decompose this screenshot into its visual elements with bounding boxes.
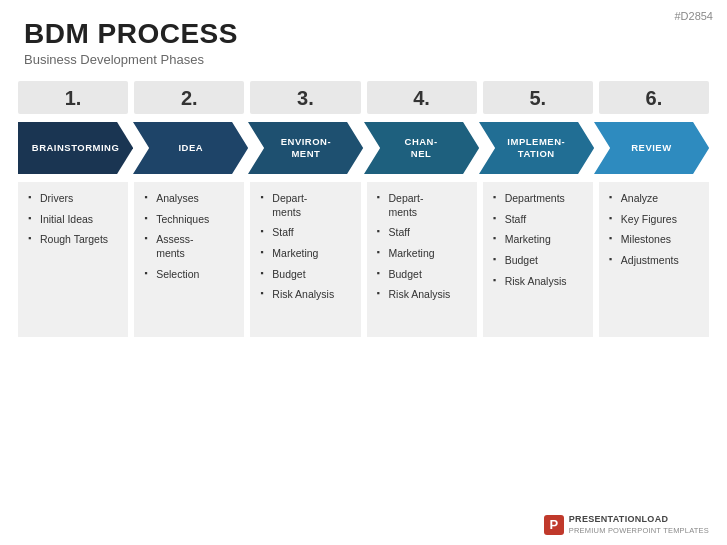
list-item: Budget [377,268,469,282]
sub-title: Business Development Phases [24,52,703,67]
arrow-item-5: IMPLEMEN- TATION [479,120,594,176]
lists-row: DriversInitial IdeasRough TargetsAnalyse… [18,182,709,337]
arrow-item-3: ENVIRON- MENT [248,120,363,176]
list-col-2: AnalysesTechniquesAssess- mentsSelection [134,182,244,337]
logo-icon: P [544,515,564,535]
list-item: Drivers [28,192,120,206]
list-col-6: AnalyzeKey FiguresMilestonesAdjustments [599,182,709,337]
number-cell-1: 1. [18,81,128,114]
list-col-1: DriversInitial IdeasRough Targets [18,182,128,337]
numbers-row: 1.2.3.4.5.6. [18,81,709,114]
list-item: Rough Targets [28,233,120,247]
list-item: Budget [493,254,585,268]
list-item: Analyze [609,192,701,206]
list-item: Marketing [377,247,469,261]
list-item: Assess- ments [144,233,236,260]
list-item: Milestones [609,233,701,247]
number-cell-2: 2. [134,81,244,114]
svg-marker-3 [364,122,479,174]
arrows-row: BRAINSTORMINGIDEAENVIRON- MENTCHAN- NELI… [18,120,709,176]
svg-marker-4 [479,122,594,174]
list-item: Staff [493,213,585,227]
list-item: Staff [377,226,469,240]
list-item: Risk Analysis [493,275,585,289]
header: BDM PROCESS Business Development Phases [0,0,727,71]
number-cell-6: 6. [599,81,709,114]
arrow-item-1: BRAINSTORMING [18,120,133,176]
number-cell-3: 3. [250,81,360,114]
footer-logo: P PRESENTATIONLOAD Premium PowerPoint Te… [544,514,709,535]
svg-marker-2 [248,122,363,174]
brand-name: PRESENTATIONLOAD [569,514,709,526]
list-item: Depart- ments [260,192,352,219]
content-area: 1.2.3.4.5.6. BRAINSTORMINGIDEAENVIRON- M… [0,71,727,337]
svg-marker-1 [133,122,248,174]
list-item: Risk Analysis [377,288,469,302]
number-cell-5: 5. [483,81,593,114]
list-item: Marketing [260,247,352,261]
list-item: Key Figures [609,213,701,227]
list-item: Marketing [493,233,585,247]
arrow-item-2: IDEA [133,120,248,176]
list-item: Initial Ideas [28,213,120,227]
list-col-5: DepartmentsStaffMarketingBudgetRisk Anal… [483,182,593,337]
list-item: Staff [260,226,352,240]
footer: P PRESENTATIONLOAD Premium PowerPoint Te… [544,514,709,535]
list-item: Budget [260,268,352,282]
list-item: Selection [144,268,236,282]
page-id: #D2854 [674,10,713,22]
list-item: Departments [493,192,585,206]
main-title: BDM PROCESS [24,18,703,50]
list-item: Analyses [144,192,236,206]
brand-tagline: Premium PowerPoint Templates [569,526,709,535]
svg-marker-5 [594,122,709,174]
number-cell-4: 4. [367,81,477,114]
list-col-4: Depart- mentsStaffMarketingBudgetRisk An… [367,182,477,337]
list-item: Techniques [144,213,236,227]
list-item: Adjustments [609,254,701,268]
footer-brand-text: PRESENTATIONLOAD Premium PowerPoint Temp… [569,514,709,535]
list-item: Depart- ments [377,192,469,219]
arrow-item-4: CHAN- NEL [364,120,479,176]
arrow-item-6: REVIEW [594,120,709,176]
list-col-3: Depart- mentsStaffMarketingBudgetRisk An… [250,182,360,337]
svg-marker-0 [18,122,133,174]
list-item: Risk Analysis [260,288,352,302]
